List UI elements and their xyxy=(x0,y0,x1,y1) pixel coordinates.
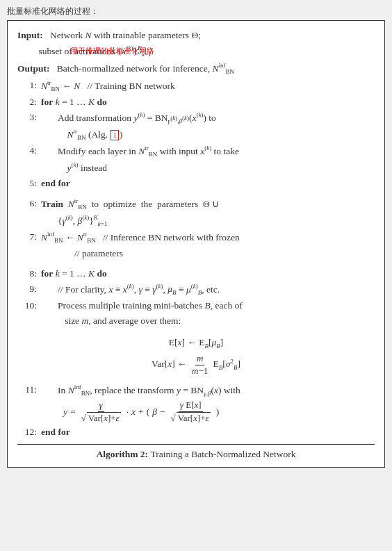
algo-line-7b: // parameters xyxy=(17,247,375,261)
output-label: Output: xyxy=(17,63,50,74)
sqrt-symbol: √ xyxy=(81,413,86,425)
frac-den: m−1 xyxy=(190,365,209,377)
line-num-4: 4: xyxy=(17,144,37,158)
line-content-11: In NinfBN, replace the transform y = BNγ… xyxy=(41,383,375,399)
algo-line-11: 11: In NinfBN, replace the transform y =… xyxy=(17,383,375,399)
algorithm-caption: Algorithm 2: Training a Batch-Normalized… xyxy=(17,444,375,460)
line-content-3b: NtrBN (Alg. 1) xyxy=(41,127,375,143)
math-line-2: Var[x] ← m m−1 EB[σ2B] xyxy=(17,353,375,377)
algo-line-2: 2: for k = 1 … K do xyxy=(17,95,375,110)
paren-expr: ( xyxy=(147,405,150,420)
line-content-3: Add transformation y(k) = BNγ(k),β(k)(x(… xyxy=(41,110,375,126)
algo-line-11-formula: y = γ √Var[x]+ε · x + ( β − γ E[x] √Var[… xyxy=(17,400,375,425)
line-content-10: Process multiple training mini-batches B… xyxy=(41,299,375,313)
x-var: x xyxy=(131,405,136,420)
frac-beta-num: γ E[x] xyxy=(179,400,203,412)
line-num-8: 8: xyxy=(17,267,37,281)
algo-line-10b: size m, and average over them: xyxy=(17,314,375,329)
line-content-10b: size m, and average over them: xyxy=(41,314,375,329)
algo-line-4: 4: Modify each layer in NtrBN with input… xyxy=(17,144,375,160)
line-content-2: for k = 1 … K do xyxy=(41,95,375,110)
math-var-expr: Var[x] ← m m−1 EB[σ2B] xyxy=(152,353,240,377)
line-num-6: 6: xyxy=(17,197,37,211)
close-paren: ) xyxy=(216,405,220,420)
caption-algo-title: Training a Batch-Normalized Network xyxy=(150,449,295,459)
beta-var: β xyxy=(152,405,157,420)
line-content-9: // For clarity, x ≡ x(k), γ ≡ γ(k), μB ≡… xyxy=(41,282,375,298)
math-line-1: E[x] ← EB[μB] xyxy=(17,333,375,352)
frac-num: m xyxy=(195,353,204,365)
frac-beta: γ E[x] √Var[x]+ε xyxy=(170,400,212,425)
line-content-7: NinfBN ← NtrBN // Inference BN network w… xyxy=(41,230,375,246)
algo-line-12: 12: end for xyxy=(17,425,375,440)
frac-beta-den: √Var[x]+ε xyxy=(170,412,212,425)
math-equations: E[x] ← EB[μB] Var[x] ← m m−1 EB[σ2B] xyxy=(17,333,375,377)
line-content-6b: {γ(k), β(k)}Kk=1 xyxy=(41,213,375,229)
algo-line-5: 5: end for xyxy=(17,176,375,191)
line-num-2: 2: xyxy=(17,95,37,110)
line-content-4b: y(k) instead xyxy=(41,161,375,175)
frac-gamma-num: γ xyxy=(98,400,104,412)
alg-ref-box: 1 xyxy=(111,130,119,140)
frac-m: m m−1 xyxy=(190,353,209,377)
algo-line-9: 9: // For clarity, x ≡ x(k), γ ≡ γ(k), μ… xyxy=(17,282,375,298)
red-annotation: 用于推理的批标准化网络 xyxy=(70,46,154,56)
algo-line-7: 7: NinfBN ← NtrBN // Inference BN networ… xyxy=(17,230,375,246)
algo-line-10: 10: Process multiple training mini-batch… xyxy=(17,299,375,313)
algo-line-8: 8: for k = 1 … K do xyxy=(17,267,375,281)
line-num-12: 12: xyxy=(17,425,37,440)
algo-line-3: 3: Add transformation y(k) = BNγ(k),β(k)… xyxy=(17,110,375,126)
line-content-12: end for xyxy=(41,425,375,440)
algo-line-6b: {γ(k), β(k)}Kk=1 xyxy=(17,213,375,229)
algorithm-content: Input: Network N with trainable paramete… xyxy=(17,28,375,440)
algo-line-6: 6: Train NtrBN to optimize the parameter… xyxy=(17,197,375,213)
caption-algo-num: Algorithm 2: xyxy=(96,449,148,459)
algo-line-3b: NtrBN (Alg. 1) xyxy=(17,127,375,143)
input-label: Input: xyxy=(17,30,43,40)
top-label: 批量标准化网络的过程： xyxy=(7,6,385,17)
frac-gamma: γ √Var[x]+ε xyxy=(80,400,122,425)
sqrt-symbol-2: √ xyxy=(171,413,176,425)
page-container: 批量标准化网络的过程： 用于推理的批标准化网络 Input: Network N… xyxy=(0,0,392,551)
line-num-3: 3: xyxy=(17,110,37,125)
line-num-1: 1: xyxy=(17,79,37,93)
line-content-6: Train NtrBN to optimize the parameters Θ… xyxy=(41,197,375,213)
line-num-7: 7: xyxy=(17,230,37,245)
line-num-11: 11: xyxy=(17,383,37,397)
math-e-expr: E[x] ← EB[μB] xyxy=(169,333,224,352)
output-block: Output: Batch-normalized network for inf… xyxy=(17,60,375,77)
line-num-5: 5: xyxy=(17,176,37,191)
algorithm-box: 用于推理的批标准化网络 Input: Network N with traina… xyxy=(7,20,385,468)
y-var: y xyxy=(63,405,67,420)
line-content-7b: // parameters xyxy=(41,247,375,261)
line-content-5: end for xyxy=(41,176,375,191)
line-content-11f: y = γ √Var[x]+ε · x + ( β − γ E[x] √Var[… xyxy=(41,400,375,425)
line-content-8: for k = 1 … K do xyxy=(41,267,375,281)
algo-line-1: 1: NtrBN ← N // Training BN network xyxy=(17,79,375,94)
line-content-1: NtrBN ← N // Training BN network xyxy=(41,79,375,94)
line-num-9: 9: xyxy=(17,282,37,297)
algo-line-4b: y(k) instead xyxy=(17,161,375,175)
line-num-10: 10: xyxy=(17,299,37,313)
frac-gamma-den: √Var[x]+ε xyxy=(80,412,122,425)
line-content-4: Modify each layer in NtrBN with input x(… xyxy=(41,144,375,160)
